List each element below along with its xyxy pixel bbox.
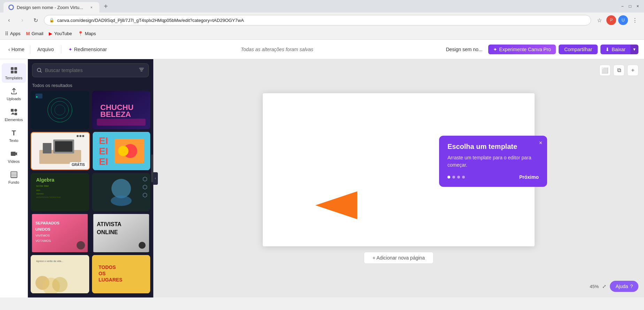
- template-floral[interactable]: Aprece o verão da vida...: [31, 255, 89, 293]
- texto-icon: T: [10, 129, 18, 137]
- refresh-button[interactable]: ↻: [31, 15, 40, 25]
- sidebar-item-fundo[interactable]: Fundo: [2, 168, 26, 187]
- template-ativista[interactable]: ATIVISTA ONLINE: [92, 214, 151, 252]
- collapse-icon: ‹: [155, 176, 156, 180]
- expand-button[interactable]: ⤢: [602, 284, 606, 289]
- header-divider-2: [61, 45, 61, 54]
- svg-text:SEPARADOS: SEPARADOS: [36, 221, 60, 225]
- tooltip-dot-3: [457, 176, 460, 178]
- add-page-button[interactable]: + Adicionar nova página: [364, 252, 434, 264]
- back-button[interactable]: ‹: [4, 15, 14, 25]
- template-separados[interactable]: SEPARADOS UNIDOS VIVEMOS VOTAMOS: [31, 214, 89, 252]
- svg-rect-24: [97, 119, 145, 126]
- template-todos[interactable]: TODOS OS LUGARES: [92, 255, 151, 293]
- template-chuchu[interactable]: CHUCHU BELEZA: [92, 91, 151, 129]
- svg-text:UNIDOS: UNIDOS: [36, 227, 51, 231]
- pro-label: Experimente Canva Pro: [499, 47, 551, 52]
- bookmark-maps[interactable]: 📍 Maps: [78, 31, 96, 36]
- canvas-area: ⬜ ⧉ + + Adicionar nova página 45% ⤢ Ajud…: [153, 59, 644, 297]
- tooltip-footer: Próximo: [447, 174, 539, 180]
- tab-title: Design sem nome - Zoom Virtu...: [17, 5, 83, 10]
- uploads-icon: [10, 87, 18, 95]
- tab-close-button[interactable]: ×: [89, 5, 94, 10]
- svg-text:ATIVISTA: ATIVISTA: [97, 221, 121, 227]
- url-text: canva.com/design/DAD9Sqd_Pj8/7J7l_gT4spl…: [57, 18, 586, 23]
- sidebar-item-uploads[interactable]: Uploads: [2, 84, 26, 104]
- svg-point-47: [111, 179, 131, 198]
- svg-rect-4: [14, 71, 17, 73]
- tooltip-description: Arraste um template para o editor para c…: [447, 154, 539, 169]
- title-bar: Design sem nome - Zoom Virtu... × + − □ …: [0, 0, 644, 13]
- collapse-panel-button[interactable]: ‹: [153, 172, 158, 185]
- redimensionar-button[interactable]: ✦ Redimensionar: [64, 45, 111, 54]
- download-dropdown-button[interactable]: ▾: [630, 45, 638, 54]
- new-tab-button[interactable]: +: [101, 1, 111, 11]
- sidebar-item-templates[interactable]: Templates: [2, 63, 26, 83]
- sidebar-item-elementos[interactable]: Elementos: [2, 105, 26, 125]
- redimensionar-label: Redimensionar: [74, 47, 107, 52]
- sidebar-item-videos[interactable]: Vídeos: [2, 147, 26, 166]
- sidebar-item-texto[interactable]: T Texto: [2, 126, 26, 145]
- download-icon: ⬇: [605, 47, 610, 52]
- svg-point-48: [110, 196, 131, 206]
- svg-point-32: [82, 135, 84, 137]
- template-algebra[interactable]: Algebra Ist Die Stiid IRIS AMARO ARQUITE…: [31, 173, 89, 211]
- canva-app: ‹ Home Arquivo ✦ Redimensionar Todas as …: [0, 40, 644, 297]
- avatar-icon[interactable]: U: [618, 15, 628, 25]
- home-button[interactable]: ‹ Home: [6, 45, 27, 54]
- bookmark-gmail[interactable]: M Gmail: [26, 31, 44, 36]
- canvas-tool-frame[interactable]: ⬜: [599, 65, 611, 76]
- active-tab[interactable]: Design sem nome - Zoom Virtu... ×: [3, 2, 99, 13]
- svg-rect-1: [11, 67, 14, 70]
- template-dark-tech[interactable]: ▶: [31, 91, 89, 129]
- canvas-tool-copy[interactable]: ⧉: [613, 65, 624, 76]
- tooltip-close-button[interactable]: ×: [539, 140, 542, 146]
- canvas-tool-add[interactable]: +: [627, 65, 638, 76]
- canva-main: Templates Uploads: [0, 59, 644, 297]
- try-pro-button[interactable]: ✦ Experimente Canva Pro: [488, 45, 556, 54]
- download-button[interactable]: ⬇ Baixar: [600, 45, 630, 54]
- template-badge-gratis: GRÁTIS: [70, 162, 87, 167]
- design-name[interactable]: Design sem no...: [443, 45, 485, 54]
- forward-button[interactable]: ›: [17, 15, 27, 25]
- search-row: [28, 59, 153, 81]
- help-button[interactable]: Ajuda ?: [610, 281, 638, 292]
- arquivo-button[interactable]: Arquivo: [33, 45, 58, 54]
- search-input[interactable]: [45, 67, 136, 73]
- star-icon[interactable]: ☆: [595, 15, 604, 25]
- svg-text:▶: ▶: [36, 96, 38, 98]
- download-label: Baixar: [612, 47, 626, 52]
- profile-icon[interactable]: P: [606, 15, 616, 25]
- share-button[interactable]: Compartilhar: [559, 45, 598, 54]
- pro-icon: ✦: [493, 47, 497, 52]
- bookmark-youtube[interactable]: ▶ YouTube: [49, 31, 72, 36]
- bookmark-apps[interactable]: ⠿ Apps: [5, 31, 21, 37]
- grid-row-5: Aprece o verão da vida... TODOS OS LUGAR…: [31, 255, 150, 293]
- svg-point-54: [77, 241, 85, 249]
- zoom-level: 45%: [590, 284, 599, 289]
- header-divider-1: [30, 45, 30, 54]
- template-selected[interactable]: GRÁTIS: [31, 132, 90, 170]
- template-colorful[interactable]: EI EI EI: [93, 132, 151, 170]
- svg-text:VIVEMOS: VIVEMOS: [36, 234, 50, 237]
- svg-text:Algebra: Algebra: [36, 177, 54, 183]
- fundo-label: Fundo: [8, 180, 19, 184]
- close-button[interactable]: ×: [635, 3, 641, 9]
- svg-text:LUGARES: LUGARES: [98, 277, 122, 283]
- window-controls: − □ ×: [620, 3, 641, 9]
- search-box[interactable]: [32, 63, 149, 77]
- template-3d-faces[interactable]: ⬡ ⬡ ⬡: [92, 173, 151, 211]
- redimensionar-icon: ✦: [68, 47, 72, 52]
- svg-text:AMARO: AMARO: [36, 193, 44, 195]
- tooltip-popup: × Escolha um template Arraste um templat…: [439, 136, 547, 187]
- filter-icon[interactable]: [139, 67, 144, 74]
- tooltip-next-button[interactable]: Próximo: [519, 174, 539, 180]
- maximize-button[interactable]: □: [627, 3, 633, 9]
- more-options-icon[interactable]: ⋮: [630, 15, 640, 25]
- svg-text:Aprece o verão da vida...: Aprece o verão da vida...: [36, 260, 63, 263]
- maps-label: Maps: [85, 31, 96, 36]
- svg-text:EI: EI: [99, 135, 108, 146]
- minimize-button[interactable]: −: [620, 3, 625, 9]
- grid-row-3: Algebra Ist Die Stiid IRIS AMARO ARQUITE…: [31, 173, 150, 211]
- address-bar[interactable]: 🔒 canva.com/design/DAD9Sqd_Pj8/7J7l_gT4s…: [44, 15, 591, 25]
